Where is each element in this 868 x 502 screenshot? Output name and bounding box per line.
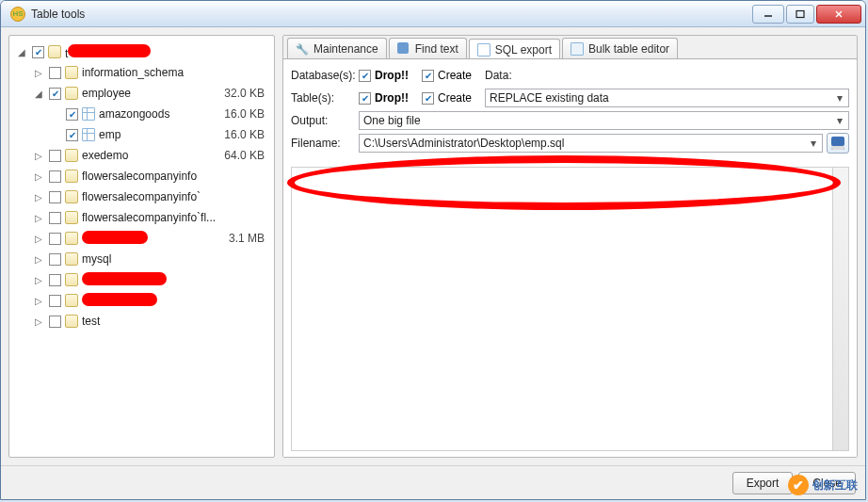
tree-node[interactable]: ▷mysql <box>15 249 268 269</box>
export-button[interactable]: Export <box>732 472 794 494</box>
node-size: 3.1 MB <box>229 232 268 245</box>
app-icon: HS <box>10 7 25 22</box>
right-panel: MaintenanceFind textSQL exportBulk table… <box>282 35 858 458</box>
tab-sql-export[interactable]: SQL export <box>469 39 560 59</box>
expander-icon[interactable]: ▷ <box>32 213 45 223</box>
node-size: 16.0 KB <box>224 128 268 141</box>
expander-icon[interactable]: ▷ <box>32 151 45 161</box>
node-checkbox[interactable] <box>49 191 61 203</box>
output-select[interactable]: One big file <box>359 111 849 130</box>
close-dialog-button[interactable]: Close <box>798 472 856 494</box>
db-tree-panel[interactable]: ◢t▷information_schema◢employee32.0 KBama… <box>8 35 275 458</box>
node-checkbox[interactable] <box>49 150 61 162</box>
database-icon <box>48 45 61 58</box>
wrench-icon <box>296 42 309 56</box>
db-drop-label: Drop!! <box>375 69 409 82</box>
node-label: t <box>65 44 265 60</box>
database-icon <box>65 170 78 183</box>
database-icon <box>65 294 78 307</box>
minimize-button[interactable] <box>752 5 784 24</box>
expander-icon[interactable]: ▷ <box>32 234 45 244</box>
node-label: amazongoods <box>99 107 224 121</box>
tab-bulk-table-editor[interactable]: Bulk table editor <box>562 38 678 58</box>
sql-preview-box[interactable] <box>291 167 849 451</box>
maximize-button[interactable] <box>786 5 814 24</box>
save-file-button[interactable] <box>827 133 849 154</box>
tbl-create-checkbox[interactable]: Create <box>422 91 472 105</box>
tab-label: SQL export <box>495 43 552 57</box>
tree-node[interactable]: ▷ <box>15 290 268 311</box>
expander-icon[interactable]: ◢ <box>32 89 45 99</box>
expander-icon[interactable]: ▷ <box>32 275 45 285</box>
tbl-drop-checkbox[interactable]: Drop!! <box>359 91 409 105</box>
database-icon <box>65 149 78 162</box>
tree-node[interactable]: ▷information_schema <box>15 62 268 83</box>
expander-icon[interactable]: ▷ <box>32 316 45 327</box>
tree-node[interactable]: emp16.0 KB <box>15 124 268 145</box>
tree-node[interactable]: ▷exedemo64.0 KB <box>15 145 268 166</box>
node-checkbox[interactable] <box>66 108 78 121</box>
tab-maintenance[interactable]: Maintenance <box>287 38 387 58</box>
tree-node[interactable]: ▷3.1 MB <box>15 228 268 249</box>
tree-node[interactable]: amazongoods16.0 KB <box>15 104 268 124</box>
tree-node[interactable]: ▷flowersalecompanyinfo`fl... <box>15 207 268 228</box>
bulk-icon <box>571 42 584 56</box>
node-checkbox[interactable] <box>66 129 78 141</box>
tree-node[interactable]: ▷test <box>15 311 268 332</box>
tab-bar: MaintenanceFind textSQL exportBulk table… <box>283 36 857 58</box>
node-checkbox[interactable] <box>49 170 61 183</box>
tree-node[interactable]: ▷ <box>15 269 268 290</box>
minimize-icon <box>763 9 774 19</box>
database-icon <box>65 190 78 203</box>
node-checkbox[interactable] <box>49 212 61 224</box>
node-checkbox[interactable] <box>32 46 44 58</box>
node-checkbox[interactable] <box>49 295 61 307</box>
database-icon <box>65 232 78 245</box>
checkbox-icon <box>422 92 434 105</box>
label-output: Output: <box>291 114 359 127</box>
node-checkbox[interactable] <box>49 67 61 79</box>
node-checkbox[interactable] <box>49 316 61 328</box>
node-checkbox[interactable] <box>49 88 61 100</box>
tree-node[interactable]: ▷flowersalecompanyinfo` <box>15 186 268 207</box>
db-create-label: Create <box>438 69 472 82</box>
close-button[interactable] <box>816 5 861 24</box>
expander-icon[interactable]: ▷ <box>32 68 45 78</box>
title-bar: HS Table tools <box>1 1 865 27</box>
redacted-text <box>82 272 167 285</box>
node-label: flowersalecompanyinfo`fl... <box>82 211 265 224</box>
node-checkbox[interactable] <box>49 233 61 245</box>
node-label: emp <box>99 128 224 141</box>
expander-icon[interactable]: ▷ <box>32 254 45 265</box>
expander-icon[interactable]: ◢ <box>15 47 28 57</box>
expander-icon[interactable]: ▷ <box>32 192 45 202</box>
node-label <box>82 272 265 288</box>
tab-label: Find text <box>415 42 458 56</box>
database-icon <box>65 87 78 100</box>
footer: Export Close ✔ 创新互联 <box>1 465 865 499</box>
tree-node[interactable]: ▷flowersalecompanyinfo <box>15 166 268 186</box>
node-checkbox[interactable] <box>49 253 61 266</box>
expander-icon[interactable]: ▷ <box>32 296 45 306</box>
window-title: Table tools <box>31 8 85 21</box>
filename-input[interactable]: C:\Users\Administrator\Desktop\emp.sql <box>359 134 823 153</box>
node-checkbox[interactable] <box>49 274 61 286</box>
tab-body: Database(s): Drop!! Create Data: Table(s… <box>283 58 857 457</box>
scrollbar-thumb[interactable] <box>834 170 847 188</box>
table-icon <box>82 128 95 141</box>
node-label <box>82 293 265 309</box>
tree-node[interactable]: ◢t <box>15 41 268 62</box>
row-databases: Database(s): Drop!! Create Data: <box>291 65 849 86</box>
window-buttons <box>750 5 861 24</box>
node-label: flowersalecompanyinfo <box>82 170 265 183</box>
sql-icon <box>477 43 490 57</box>
label-tables: Table(s): <box>291 91 359 105</box>
db-drop-checkbox[interactable]: Drop!! <box>359 69 409 82</box>
tbl-drop-label: Drop!! <box>375 91 409 105</box>
content-area: ◢t▷information_schema◢employee32.0 KBama… <box>1 27 865 465</box>
db-create-checkbox[interactable]: Create <box>422 69 472 82</box>
expander-icon[interactable]: ▷ <box>32 171 45 182</box>
data-mode-select[interactable]: REPLACE existing data <box>485 89 849 107</box>
tree-node[interactable]: ◢employee32.0 KB <box>15 83 268 104</box>
tab-find-text[interactable]: Find text <box>389 38 467 58</box>
